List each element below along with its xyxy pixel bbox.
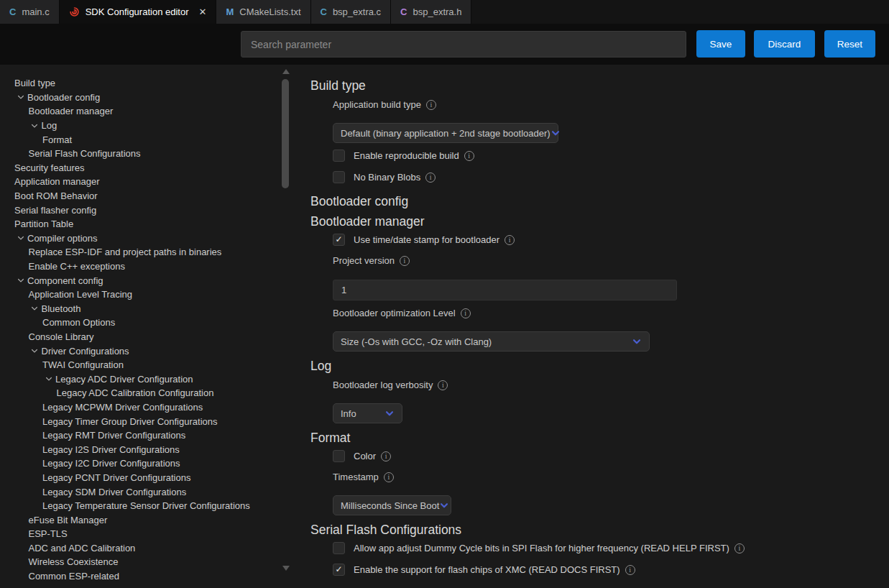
tree-item-serial-flash-configurations[interactable]: Serial Flash Configurations xyxy=(0,147,280,161)
c-file-icon: C xyxy=(321,6,327,17)
tree-item-console-library[interactable]: Console Library xyxy=(0,330,280,344)
scrollbar-thumb[interactable] xyxy=(282,79,289,188)
tree-item-driver-configurations[interactable]: Driver Configurations xyxy=(0,344,280,358)
tree-item-common-esp-related[interactable]: Common ESP-related xyxy=(0,569,280,584)
chevron-down-icon[interactable] xyxy=(14,234,27,242)
tree-item-enable-c-exceptions[interactable]: Enable C++ exceptions xyxy=(0,259,280,274)
tree-item-application-manager[interactable]: Application manager xyxy=(0,175,280,189)
text-field-project-version[interactable] xyxy=(333,280,677,300)
reset-button[interactable]: Reset xyxy=(824,30,875,58)
tab-bsp-extra-c[interactable]: Cbsp_extra.c xyxy=(311,0,392,24)
checkbox-box[interactable] xyxy=(333,171,345,183)
tree-item-esp-tls[interactable]: ESP-TLS xyxy=(0,527,280,541)
tree-item-legacy-timer-group-driver-configurations[interactable]: Legacy Timer Group Driver Configurations xyxy=(0,414,280,428)
checkbox-box[interactable] xyxy=(333,450,345,462)
cmake-file-icon: M xyxy=(226,6,234,17)
tree-item-label: Replace ESP-IDF and project paths in bin… xyxy=(29,247,222,257)
discard-button[interactable]: Discard xyxy=(754,30,815,58)
tree-item-efuse-bit-manager[interactable]: eFuse Bit Manager xyxy=(0,513,280,527)
tree-item-label: ESP-TLS xyxy=(29,528,68,539)
tree-item-partition-table[interactable]: Partition Table xyxy=(0,217,280,231)
scroll-up-icon[interactable] xyxy=(282,69,290,74)
chevron-down-icon[interactable] xyxy=(28,121,42,130)
tree-item-label: Compiler options xyxy=(27,233,98,244)
select-value: Info xyxy=(341,408,356,419)
select-bootloader-optimization[interactable]: Size (-Os with GCC, -Oz with Clang) xyxy=(333,331,650,352)
tree-item-serial-flasher-config[interactable]: Serial flasher config xyxy=(0,203,280,217)
checkbox-use-time-date-stamp-for-bootloader[interactable]: ✓Use time/date stamp for bootloaderi xyxy=(333,234,889,246)
chevron-down-icon[interactable] xyxy=(28,304,42,313)
tab-label: bsp_extra.c xyxy=(333,6,381,17)
checkbox-label-text: Allow app adjust Dummy Cycle bits in SPI… xyxy=(354,542,729,554)
checkbox-box[interactable] xyxy=(333,150,345,162)
save-button[interactable]: Save xyxy=(696,30,745,58)
info-icon: i xyxy=(381,451,391,461)
search-input[interactable] xyxy=(241,31,686,58)
tree-item-component-config[interactable]: Component config xyxy=(0,273,280,288)
close-icon[interactable]: ✕ xyxy=(199,7,207,17)
checkbox-box[interactable]: ✓ xyxy=(333,564,345,576)
tree-item-legacy-mcpwm-driver-configurations[interactable]: Legacy MCPWM Driver Configurations xyxy=(0,400,280,415)
tree-scrollbar[interactable] xyxy=(280,65,292,588)
checkbox-no-binary-blobs[interactable]: No Binary Blobsi xyxy=(333,171,889,183)
select-timestamp[interactable]: Milliseconds Since Boot xyxy=(333,495,451,515)
tab-bsp-extra-h[interactable]: Cbsp_extra.h xyxy=(391,0,471,24)
tree-item-legacy-i2s-driver-configurations[interactable]: Legacy I2S Driver Configurations xyxy=(0,442,280,456)
tree-item-legacy-adc-driver-configuration[interactable]: Legacy ADC Driver Configuration xyxy=(0,372,280,386)
tree-item-bootloader-manager[interactable]: Bootloader manager xyxy=(0,104,280,119)
tree-item-format[interactable]: Format xyxy=(0,132,280,147)
tree-item-compiler-options[interactable]: Compiler options xyxy=(0,231,280,246)
tree-item-security-features[interactable]: Security features xyxy=(0,161,280,175)
tree-item-label: Legacy ADC Calibration Configuration xyxy=(57,387,214,398)
chevron-down-icon[interactable] xyxy=(28,346,42,355)
tree-item-legacy-rmt-driver-configurations[interactable]: Legacy RMT Driver Configurations xyxy=(0,428,280,443)
chevron-down-icon[interactable] xyxy=(14,93,27,101)
scroll-down-icon[interactable] xyxy=(282,566,290,571)
tree-item-legacy-sdm-driver-configurations[interactable]: Legacy SDM Driver Configurations xyxy=(0,484,280,499)
checkbox-enable-reproducible-build[interactable]: Enable reproducible buildi xyxy=(333,150,889,162)
tree-item-bootloader-config[interactable]: Bootloader config xyxy=(0,91,280,105)
checkbox-box[interactable]: ✓ xyxy=(333,234,345,246)
tree-item-twai-configuration[interactable]: TWAI Configuration xyxy=(0,358,280,372)
checkbox-box[interactable] xyxy=(333,542,345,554)
tree-item-wireless-coexistence[interactable]: Wireless Coexistence xyxy=(0,555,280,569)
tree-item-boot-rom-behavior[interactable]: Boot ROM Behavior xyxy=(0,189,280,203)
tree-item-label: Legacy SDM Driver Configurations xyxy=(42,487,186,497)
tree-item-bluetooth[interactable]: Bluetooth xyxy=(0,302,280,316)
field-label-application-build-type: Application build typei xyxy=(333,98,889,111)
info-icon: i xyxy=(505,235,515,245)
tree-item-common-options[interactable]: Common Options xyxy=(0,316,280,330)
tree-item-application-level-tracing[interactable]: Application Level Tracing xyxy=(0,288,280,302)
check-icon: ✓ xyxy=(335,564,342,576)
tab-cmakelists-txt[interactable]: MCMakeLists.txt xyxy=(216,0,310,24)
checkbox-enable-the-support-for-flash-chips-of-xm[interactable]: ✓Enable the support for flash chips of X… xyxy=(333,564,889,576)
tab-main-c[interactable]: Cmain.c xyxy=(0,0,60,24)
checkbox-label-text: No Binary Blobs xyxy=(354,171,420,183)
select-app-build-type[interactable]: Default (binary application + 2nd stage … xyxy=(333,123,558,143)
tree-item-label: Partition Table xyxy=(14,219,73,229)
chevron-down-icon[interactable] xyxy=(14,276,27,285)
chevron-down-icon[interactable] xyxy=(42,375,55,383)
tree-item-legacy-pcnt-driver-configurations[interactable]: Legacy PCNT Driver Configurations xyxy=(0,471,280,485)
tree-item-legacy-temperature-sensor-driver-configurations[interactable]: Legacy Temperature Sensor Driver Configu… xyxy=(0,499,280,513)
checkbox-color[interactable]: Colori xyxy=(333,450,889,462)
tree-item-label: Common ESP-related xyxy=(29,571,119,582)
tree-item-log[interactable]: Log xyxy=(0,119,280,133)
tree-item-label: Boot ROM Behavior xyxy=(14,190,98,201)
field-label-bootloader-optimization-level: Bootloader optimization Leveli xyxy=(333,307,889,319)
tree-item-label: Wireless Coexistence xyxy=(29,556,119,567)
checkbox-allow-app-adjust-dummy-cycle-bits-in-spi[interactable]: Allow app adjust Dummy Cycle bits in SPI… xyxy=(333,542,889,554)
tree-item-label: eFuse Bit Manager xyxy=(29,515,108,525)
tree-item-legacy-i2c-driver-configurations[interactable]: Legacy I2C Driver Configurations xyxy=(0,456,280,471)
tree-item-adc-and-adc-calibration[interactable]: ADC and ADC Calibration xyxy=(0,541,280,556)
info-icon: i xyxy=(464,151,474,161)
tree-item-legacy-adc-calibration-configuration[interactable]: Legacy ADC Calibration Configuration xyxy=(0,386,280,400)
tree-item-label: Serial Flash Configurations xyxy=(29,148,141,159)
tree-item-label: Enable C++ exceptions xyxy=(29,261,125,272)
tree-item-build-type[interactable]: Build type xyxy=(0,76,280,91)
field-label-timestamp: Timestampi xyxy=(333,471,889,483)
tree-item-replace-esp-idf-and-project-paths-in-binaries[interactable]: Replace ESP-IDF and project paths in bin… xyxy=(0,245,280,259)
select-log-verbosity[interactable]: Info xyxy=(333,403,402,423)
tree-item-label: Legacy ADC Driver Configuration xyxy=(55,374,193,385)
tab-sdk-configuration-editor[interactable]: SDK Configuration editor✕ xyxy=(60,0,217,24)
